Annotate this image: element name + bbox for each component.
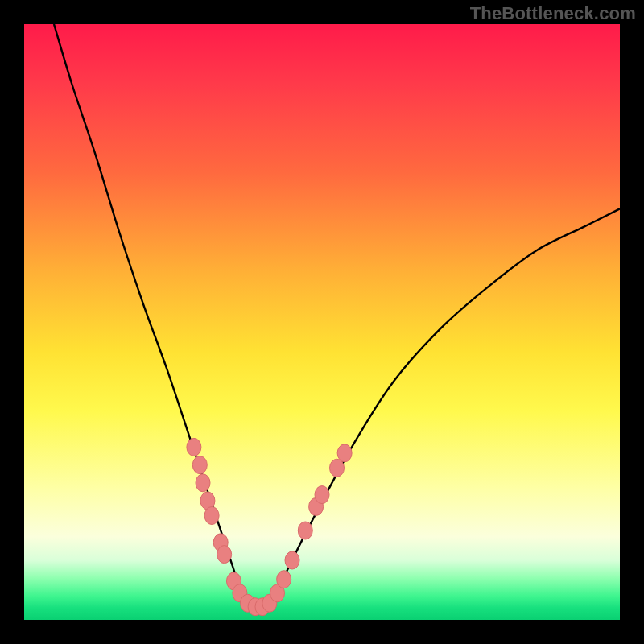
bottleneck-curve	[54, 24, 620, 609]
curve-marker	[315, 486, 329, 504]
curve-marker	[196, 474, 210, 492]
curve-marker	[204, 507, 219, 525]
chart-plot-area	[24, 24, 620, 620]
curve-marker	[277, 571, 291, 588]
curve-marker	[192, 456, 207, 474]
curve-marker	[217, 546, 232, 564]
curve-marker	[187, 438, 201, 456]
watermark-text: TheBottleneck.com	[470, 3, 636, 24]
chart-frame: TheBottleneck.com	[0, 0, 644, 644]
curve-markers	[187, 438, 352, 615]
curve-marker	[298, 522, 312, 539]
curve-marker	[337, 444, 352, 462]
chart-svg	[24, 24, 620, 620]
curve-marker	[285, 551, 299, 569]
